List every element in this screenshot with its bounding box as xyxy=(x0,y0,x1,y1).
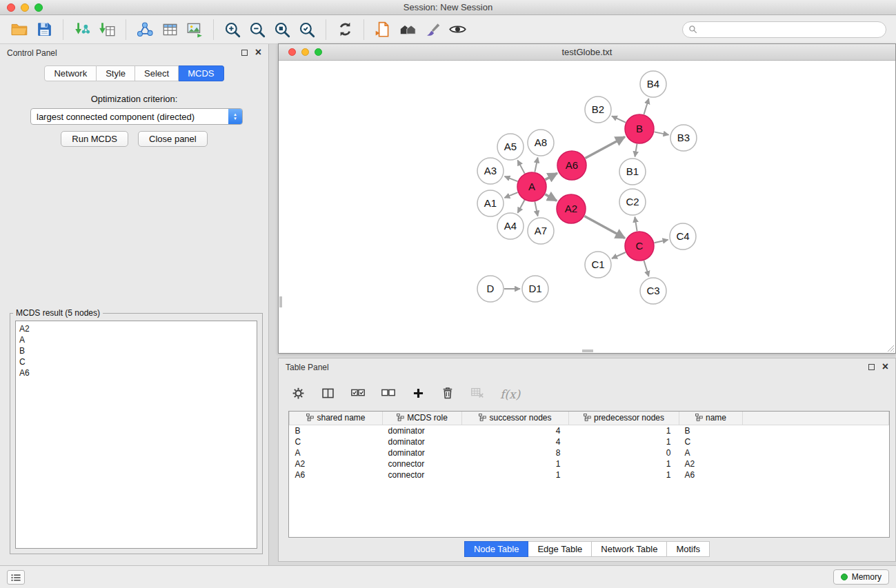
graph-edge-A-A2[interactable] xyxy=(545,194,557,201)
graph-node-A6[interactable]: A6 xyxy=(557,151,586,180)
graph-node-B[interactable]: B xyxy=(625,114,654,143)
table-cell[interactable]: A2 xyxy=(290,458,383,469)
graph-node-A8[interactable]: A8 xyxy=(528,130,554,156)
table-cell[interactable]: connector xyxy=(383,458,462,469)
table-settings-button[interactable] xyxy=(291,386,306,403)
graph-node-C1[interactable]: C1 xyxy=(585,252,611,278)
search-input[interactable] xyxy=(701,24,880,34)
graph-node-B2[interactable]: B2 xyxy=(585,97,611,123)
table-cell[interactable]: A2 xyxy=(679,458,743,469)
table-cell[interactable]: B xyxy=(290,425,383,437)
open-session-button[interactable] xyxy=(7,18,32,41)
tab-mcds[interactable]: MCDS xyxy=(179,65,223,81)
table-cell[interactable]: 4 xyxy=(462,436,569,447)
close-panel-button[interactable]: Close panel xyxy=(138,131,208,147)
table-row[interactable]: A6connector11A6 xyxy=(290,469,889,480)
graph-edge-A-A7[interactable] xyxy=(535,202,537,216)
task-history-button[interactable] xyxy=(7,570,25,585)
search-field[interactable] xyxy=(682,21,886,38)
zoom-in-button[interactable] xyxy=(220,18,245,41)
table-cell[interactable]: 4 xyxy=(462,425,569,437)
zoom-out-button[interactable] xyxy=(245,18,270,41)
unselect-all-button[interactable] xyxy=(381,385,396,403)
select-all-button[interactable] xyxy=(350,385,366,403)
result-item[interactable]: B xyxy=(19,345,253,356)
import-network-button[interactable] xyxy=(70,18,94,41)
table-cell[interactable]: C xyxy=(290,436,383,447)
table-cell[interactable]: A xyxy=(679,447,743,458)
vertical-scrollbar-thumb[interactable] xyxy=(279,296,282,307)
result-item[interactable]: C xyxy=(19,356,253,367)
table-row[interactable]: Cdominator41C xyxy=(290,436,889,447)
column-header-predecessor-nodes[interactable]: predecessor nodes xyxy=(569,412,679,425)
graph-edge-B-B1[interactable] xyxy=(635,144,637,157)
table-cell[interactable]: 1 xyxy=(462,458,569,469)
graph-node-B1[interactable]: B1 xyxy=(619,159,646,185)
table-cell[interactable]: 1 xyxy=(462,469,569,480)
network-canvas[interactable]: B4B2BB3A5A8A6A3B1AC2A1A2A4A7C4CC1DD1C3 xyxy=(279,61,895,353)
graph-edge-A-A1[interactable] xyxy=(504,192,517,198)
graph-edge-C-C3[interactable] xyxy=(644,261,648,276)
graph-edge-C-C4[interactable] xyxy=(654,240,668,243)
graph-node-A[interactable]: A xyxy=(517,172,546,201)
graph-edge-A-A6[interactable] xyxy=(545,173,557,179)
tab-select[interactable]: Select xyxy=(135,65,179,81)
graph-node-B3[interactable]: B3 xyxy=(670,125,697,151)
table-row[interactable]: A2connector11A2 xyxy=(290,458,889,469)
table-cell[interactable]: dominator xyxy=(383,447,462,458)
graph-edge-B-B4[interactable] xyxy=(644,99,648,114)
table-cell[interactable]: B xyxy=(679,425,743,437)
tab-style[interactable]: Style xyxy=(97,65,135,81)
zoom-selected-button[interactable] xyxy=(295,18,319,41)
run-mcds-button[interactable]: Run MCDS xyxy=(61,131,128,147)
tab-network[interactable]: Network xyxy=(44,65,97,81)
resize-grip[interactable] xyxy=(886,344,895,352)
table-cell[interactable]: connector xyxy=(383,469,462,480)
table-cell[interactable]: 1 xyxy=(569,436,679,447)
graph-edge-B-B3[interactable] xyxy=(655,132,669,134)
graph-edge-A-A4[interactable] xyxy=(518,200,525,212)
network-graph[interactable]: B4B2BB3A5A8A6A3B1AC2A1A2A4A7C4CC1DD1C3 xyxy=(279,61,895,353)
tab-motifs[interactable]: Motifs xyxy=(667,541,710,557)
minimize-window-button[interactable] xyxy=(21,3,29,12)
result-item[interactable]: A6 xyxy=(19,367,253,378)
graph-edge-A-A3[interactable] xyxy=(505,176,518,181)
add-column-button[interactable] xyxy=(411,386,426,403)
graph-node-A3[interactable]: A3 xyxy=(477,158,504,184)
graph-node-A4[interactable]: A4 xyxy=(497,213,524,239)
float-table-panel-icon[interactable] xyxy=(868,364,875,370)
graph-edge-A-A5[interactable] xyxy=(517,160,524,173)
table-cell[interactable]: A6 xyxy=(290,469,383,480)
graph-node-A7[interactable]: A7 xyxy=(528,218,554,244)
graph-node-C3[interactable]: C3 xyxy=(640,278,666,304)
table-cell[interactable]: dominator xyxy=(383,436,462,447)
export-image-button[interactable] xyxy=(182,18,207,41)
float-panel-icon[interactable] xyxy=(241,50,248,56)
graph-edge-B-B2[interactable] xyxy=(612,116,626,122)
zoom-fit-button[interactable] xyxy=(270,18,295,41)
table-cell[interactable]: 1 xyxy=(569,458,679,469)
tab-node-table[interactable]: Node Table xyxy=(464,541,529,557)
graph-node-D[interactable]: D xyxy=(477,276,504,302)
tab-edge-table[interactable]: Edge Table xyxy=(528,541,592,557)
graph-node-C2[interactable]: C2 xyxy=(619,189,646,215)
network-file-button[interactable] xyxy=(370,18,395,41)
table-cell[interactable]: 0 xyxy=(569,447,679,458)
delete-column-button[interactable] xyxy=(441,386,455,403)
fullscreen-window-button[interactable] xyxy=(34,3,43,12)
table-row[interactable]: Adominator80A xyxy=(290,447,889,458)
refresh-button[interactable] xyxy=(332,18,357,41)
function-builder-button[interactable]: f(x) xyxy=(500,387,520,401)
table-cell[interactable]: A6 xyxy=(679,469,743,480)
criterion-dropdown[interactable]: largest connected component (directed) ▲… xyxy=(30,108,243,125)
close-panel-icon[interactable]: × xyxy=(255,46,261,59)
column-header-name[interactable]: name xyxy=(679,412,743,425)
tab-network-table[interactable]: Network Table xyxy=(592,541,667,557)
graph-node-D1[interactable]: D1 xyxy=(522,276,548,302)
graph-edge-A6-B[interactable] xyxy=(585,136,625,158)
column-header-mcds-role[interactable]: MCDS role xyxy=(383,412,462,425)
close-window-button[interactable] xyxy=(7,3,15,12)
graph-edge-C-C1[interactable] xyxy=(612,252,626,258)
new-network-button[interactable] xyxy=(132,18,157,41)
graph-node-B4[interactable]: B4 xyxy=(640,71,666,97)
